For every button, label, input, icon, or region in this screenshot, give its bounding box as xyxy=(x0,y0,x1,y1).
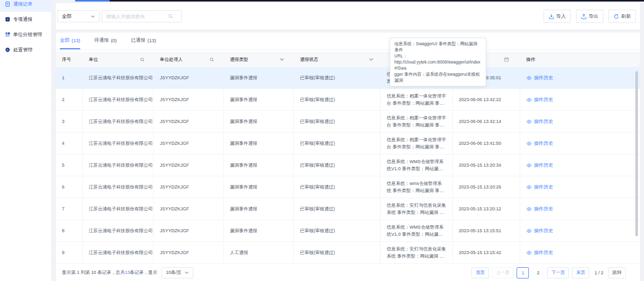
summary-prefix: 显示第 1 到第 10 条记录，总共 xyxy=(62,270,125,275)
row-content: 信息系统：WMS仓储管理系统V1.0 事件类型：网站漏洞 事件URL：h… xyxy=(387,158,446,172)
row-handler: JSYYDZKJGF xyxy=(154,220,224,241)
import-button-label: 导入 xyxy=(556,13,566,20)
status-tabs: 全部 (13) 待通报 (0) 已通报 (13) xyxy=(56,33,640,50)
table-row[interactable]: 9 江苏云涌电子科技股份有限公司 JSYYDZKJGF 人工通报 已审核(审核通… xyxy=(56,242,640,264)
tab-count: (13) xyxy=(148,38,156,43)
calendar-icon[interactable] xyxy=(504,57,509,62)
eye-icon xyxy=(526,97,532,103)
sidebar-item-unit-group-mgmt[interactable]: 单位分组管理 xyxy=(0,27,51,42)
row-index: 2 xyxy=(56,89,83,110)
row-status: 已审核(审核通过) xyxy=(294,89,381,110)
row-index: 4 xyxy=(56,133,83,154)
row-time: 2023-05-15 13:20:26 xyxy=(453,176,520,198)
table-row[interactable]: 1 江苏云涌电子科技股份有限公司 JSYYDZKJGF 漏洞事件通报 已审核(审… xyxy=(56,67,640,89)
keyword-search-input[interactable] xyxy=(106,14,166,19)
row-company: 江苏云涌电子科技股份有限公司 xyxy=(83,133,154,154)
tab-label: 待通报 xyxy=(94,37,109,44)
row-time: 2023-06-06 13:42:14 xyxy=(453,111,520,132)
header-company: 单位 xyxy=(83,52,154,67)
table-row[interactable]: 7 江苏云涌电子科技股份有限公司 JSYYDZKJGF 漏洞事件通报 已审核(审… xyxy=(56,198,640,220)
row-status: 已审核(审核通过) xyxy=(294,220,381,241)
row-company: 江苏云涌电子科技股份有限公司 xyxy=(83,242,154,263)
operation-history-label: 操作历史 xyxy=(534,206,553,212)
refresh-button[interactable]: 刷新 xyxy=(608,10,636,23)
row-type: 漏洞事件通报 xyxy=(224,133,294,154)
page-size-dropdown[interactable]: 10条/页 xyxy=(161,267,193,278)
row-time: 2023-05-15 13:20:12 xyxy=(453,198,520,220)
table-row[interactable]: 6 江苏云涌电子科技股份有限公司 JSYYDZKJGF 漏洞事件通报 已审核(审… xyxy=(56,176,640,198)
table-scrollbar-thumb[interactable] xyxy=(635,71,638,236)
table-row[interactable]: 2 江苏云涌电子科技股份有限公司 JSYYDZKJGF 漏洞事件通报 已审核(审… xyxy=(56,89,640,111)
sidebar: 通报记录 专项通报 单位分组管理 处置管理 xyxy=(0,0,51,281)
tab-label: 已通报 xyxy=(131,37,146,44)
row-index: 8 xyxy=(56,220,83,241)
table-row[interactable]: 8 江苏云涌电子科技股份有限公司 JSYYDZKJGF 漏洞事件通报 已审核(审… xyxy=(56,220,640,242)
header-actions: 操作 xyxy=(520,52,640,67)
chevron-down-icon[interactable] xyxy=(280,58,284,61)
operation-history-link[interactable]: 操作历史 xyxy=(526,206,553,212)
page-1-button[interactable]: 1 xyxy=(517,267,529,278)
tooltip-line: URL： xyxy=(394,53,482,59)
operation-history-label: 操作历史 xyxy=(534,162,553,169)
row-time: 2023-06-06 13:42:22 xyxy=(453,89,520,110)
tab-reported[interactable]: 已通报 (13) xyxy=(131,33,156,49)
row-content-cell: 信息系统：安灯与信息化采集系统 事件类型：网站漏洞 事件URL：h… xyxy=(381,242,453,263)
table-row[interactable]: 3 江苏云涌电子科技股份有限公司 JSYYDZKJGF 漏洞事件通报 已审核(审… xyxy=(56,111,640,133)
operation-history-link[interactable]: 操作历史 xyxy=(526,228,553,234)
row-actions-cell: 操作历史 xyxy=(520,89,640,110)
operation-history-link[interactable]: 操作历史 xyxy=(526,249,553,256)
operation-history-link[interactable]: 操作历史 xyxy=(526,184,553,191)
search-icon[interactable] xyxy=(140,57,145,62)
row-actions-cell: 操作历史 xyxy=(520,67,640,88)
search-icon[interactable] xyxy=(210,57,214,62)
page-2-button[interactable]: 2 xyxy=(532,267,544,278)
tab-pending[interactable]: 待通报 (0) xyxy=(94,33,117,49)
disposal-icon xyxy=(5,47,10,52)
row-type: 漏洞事件通报 xyxy=(224,111,294,132)
operation-history-link[interactable]: 操作历史 xyxy=(526,140,553,147)
sidebar-item-label: 处置管理 xyxy=(13,47,32,53)
next-page-button[interactable]: 下一页 xyxy=(547,267,569,278)
chevron-down-icon[interactable] xyxy=(369,58,374,61)
export-button[interactable]: 导出 xyxy=(576,10,603,23)
row-status: 已审核(审核通过) xyxy=(294,242,381,263)
page-size-value: 10条/页 xyxy=(166,269,182,276)
top-strip-dark xyxy=(110,0,644,2)
operation-history-link[interactable]: 操作历史 xyxy=(526,118,553,125)
table-row[interactable]: 5 江苏云涌电子科技股份有限公司 JSYYDZKJGF 漏洞事件通报 已审核(审… xyxy=(56,154,640,176)
sidebar-item-disposal-mgmt[interactable]: 处置管理 xyxy=(0,42,51,57)
eye-icon xyxy=(526,141,532,146)
eye-icon xyxy=(526,163,532,168)
header-type: 通报类型 xyxy=(224,52,294,67)
row-status: 已审核(审核通过) xyxy=(294,111,381,132)
table-row[interactable]: 4 江苏云涌电子科技股份有限公司 JSYYDZKJGF 漏洞事件通报 已审核(审… xyxy=(56,133,640,154)
sidebar-item-report-records[interactable]: 通报记录 xyxy=(0,0,51,12)
filter-dropdown[interactable]: 全部 xyxy=(57,10,99,22)
summary-total: 13 xyxy=(125,270,130,275)
row-status: 已审核(审核通过) xyxy=(294,133,381,154)
last-page-button[interactable]: 末页 xyxy=(572,267,589,278)
row-type: 漏洞事件通报 xyxy=(224,176,294,198)
operation-history-link[interactable]: 操作历史 xyxy=(526,75,553,81)
operation-history-link[interactable]: 操作历史 xyxy=(526,162,553,169)
row-index: 3 xyxy=(56,111,83,132)
operation-history-link[interactable]: 操作历史 xyxy=(526,97,553,103)
filter-dropdown-value: 全部 xyxy=(62,13,72,20)
tooltip-line: http://cloud.yytek.com:8008/swagger/ui/i… xyxy=(394,59,482,71)
export-icon xyxy=(581,14,587,19)
tab-all[interactable]: 全部 (13) xyxy=(60,33,80,49)
prev-page-button[interactable]: 上一页 xyxy=(492,267,514,278)
row-index: 9 xyxy=(56,242,83,263)
row-type: 漏洞事件通报 xyxy=(224,220,294,241)
eye-icon xyxy=(526,75,532,81)
import-button[interactable]: 导入 xyxy=(544,10,571,23)
sidebar-item-special-report[interactable]: 专项通报 xyxy=(0,12,51,27)
first-page-button[interactable]: 首页 xyxy=(471,267,489,278)
row-handler: JSYYDZKJGF xyxy=(154,154,224,176)
row-actions-cell: 操作历史 xyxy=(520,198,640,220)
row-company: 江苏云涌电子科技股份有限公司 xyxy=(83,89,154,110)
row-content-cell: 信息系统：wms仓储管理系统 事件类型：网站漏洞 事件URL：http://… xyxy=(381,176,453,198)
jump-button[interactable]: 跳转 xyxy=(608,267,626,278)
row-time: 2023-05-15 13:20:34 xyxy=(453,154,520,176)
row-content-cell: 信息系统：档案一体化管理平台 事件类型：网站漏洞 事件URL：http… xyxy=(381,133,453,154)
